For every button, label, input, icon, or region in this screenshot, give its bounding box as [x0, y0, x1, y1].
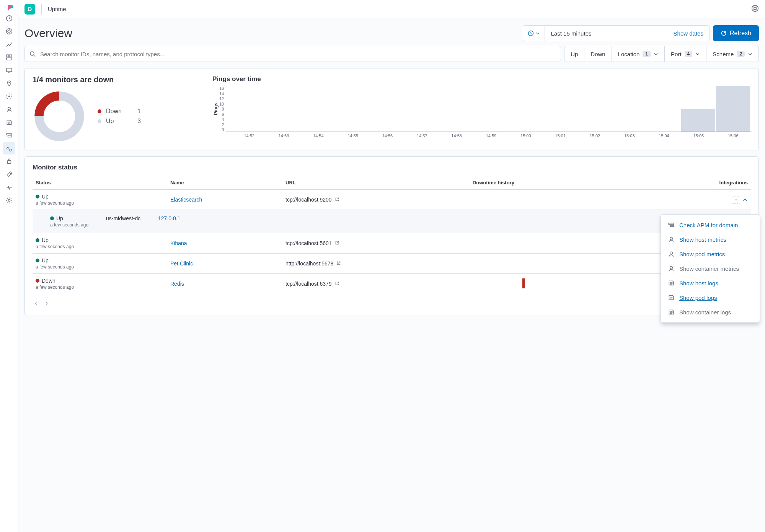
- nav-maps-icon[interactable]: [3, 77, 15, 89]
- page-prev-button[interactable]: ‹: [35, 299, 37, 307]
- page-next-button[interactable]: ›: [46, 299, 48, 307]
- help-icon[interactable]: [751, 5, 759, 13]
- filter-location-button[interactable]: Location1: [612, 46, 664, 62]
- filter-down-button[interactable]: Down: [584, 46, 611, 62]
- summary-panel: 1/4 monitors are down Down 1: [24, 68, 759, 150]
- filter-port-button[interactable]: Port4: [664, 46, 706, 62]
- external-link-icon[interactable]: [335, 281, 339, 286]
- legend-up: Up 3: [98, 118, 149, 125]
- th-name[interactable]: Name: [167, 176, 282, 190]
- status-filter-group: Up Down Location1 Port4 Scheme2: [564, 46, 759, 62]
- chart-plot: [226, 86, 751, 132]
- kibana-logo-icon[interactable]: [5, 2, 14, 11]
- search-input[interactable]: [39, 50, 556, 58]
- popover-item[interactable]: Show pod metrics: [661, 247, 760, 261]
- external-link-icon[interactable]: [335, 241, 339, 245]
- svg-rect-10: [7, 55, 9, 57]
- top-bar: D Uptime: [18, 0, 765, 18]
- monitor-name-link[interactable]: Elasticsearch: [170, 197, 202, 203]
- search-input-wrapper: [24, 46, 561, 62]
- show-dates-button[interactable]: Show dates: [667, 26, 710, 41]
- summary-headline: 1/4 monitors are down: [33, 75, 197, 84]
- nav-recent-icon[interactable]: [3, 12, 15, 24]
- monitor-table: Status Name URL Downtime history Integra…: [33, 176, 751, 294]
- svg-point-14: [8, 82, 10, 83]
- svg-point-15: [8, 96, 10, 98]
- th-downtime[interactable]: Downtime history: [470, 176, 646, 190]
- table-row[interactable]: Downa few seconds agoRedistcp://localhos…: [33, 274, 751, 294]
- table-row[interactable]: Upa few seconds agoPet Clinichttp://loca…: [33, 254, 751, 274]
- ip-link[interactable]: 127.0.0.1: [158, 215, 180, 221]
- nav-uptime-icon[interactable]: [3, 142, 15, 155]
- th-url[interactable]: URL: [282, 176, 470, 190]
- date-picker: Last 15 minutes Show dates: [523, 25, 710, 41]
- integrations-button[interactable]: ▫▫▫: [732, 197, 740, 203]
- table-row[interactable]: Upa few seconds agoElasticsearchtcp://lo…: [33, 190, 751, 210]
- downtime-bar: [522, 278, 525, 288]
- external-link-icon[interactable]: [335, 197, 339, 202]
- chart-title: Pings over time: [212, 75, 751, 83]
- th-status[interactable]: Status: [33, 176, 167, 190]
- nav-ml-icon[interactable]: [3, 90, 15, 102]
- svg-point-18: [8, 200, 10, 202]
- monitor-name-link[interactable]: Kibana: [170, 240, 187, 246]
- legend-down: Down 1: [98, 108, 149, 115]
- page-title: Overview: [24, 27, 520, 40]
- th-integrations[interactable]: Integrations: [646, 176, 751, 190]
- breadcrumb[interactable]: Uptime: [48, 6, 66, 12]
- filter-up-button[interactable]: Up: [564, 46, 584, 62]
- nav-infra-icon[interactable]: [3, 103, 15, 116]
- popover-item[interactable]: Check APM for domain: [661, 218, 760, 232]
- side-nav: [0, 0, 18, 532]
- nav-devtools-icon[interactable]: [3, 168, 15, 181]
- monitor-status-panel: Monitor status Status Name URL Downtime …: [24, 156, 759, 315]
- svg-rect-13: [7, 68, 12, 72]
- chevron-down-icon: [748, 52, 752, 56]
- filter-scheme-button[interactable]: Scheme2: [706, 46, 758, 62]
- chart-x-axis: 14:5214:5314:5414:5514:5614:5714:5814:59…: [232, 132, 751, 138]
- nav-canvas-icon[interactable]: [3, 64, 15, 76]
- donut-chart: [33, 89, 86, 143]
- monitor-name-link[interactable]: Redis: [170, 281, 184, 287]
- popover-item[interactable]: Show pod logs: [661, 290, 760, 305]
- nav-logs-icon[interactable]: [3, 116, 15, 129]
- svg-rect-11: [10, 55, 12, 57]
- expand-toggle-icon[interactable]: [742, 197, 748, 203]
- monitor-name-link[interactable]: Pet Clinic: [170, 260, 193, 267]
- nav-discover-icon[interactable]: [3, 25, 15, 37]
- chart-y-axis: 1614121086420: [219, 86, 226, 132]
- refresh-icon: [721, 30, 727, 36]
- chevron-down-icon: [695, 52, 700, 56]
- nav-apm-icon[interactable]: [3, 129, 15, 142]
- external-link-icon[interactable]: [336, 261, 341, 265]
- popover-item: Show container logs: [661, 305, 760, 319]
- svg-rect-12: [7, 58, 12, 60]
- nav-siem-icon[interactable]: [3, 155, 15, 168]
- refresh-button[interactable]: Refresh: [713, 25, 759, 41]
- nav-dashboard-icon[interactable]: [3, 51, 15, 63]
- table-row-expanded: Upa few seconds agous-midwest-dc127.0.0.…: [33, 210, 751, 233]
- table-title: Monitor status: [33, 164, 751, 171]
- popover-item[interactable]: Show host logs: [661, 276, 760, 290]
- space-selector[interactable]: D: [24, 4, 35, 15]
- chevron-down-icon: [654, 52, 658, 56]
- table-row[interactable]: Upa few seconds agoKibanatcp://localhost…: [33, 233, 751, 254]
- quick-select-button[interactable]: [523, 26, 545, 41]
- date-range-button[interactable]: Last 15 minutes: [545, 26, 667, 41]
- chevron-down-icon: [535, 31, 540, 36]
- svg-rect-17: [7, 161, 11, 164]
- integrations-popover: Check APM for domainShow host metricsSho…: [661, 214, 760, 323]
- nav-monitoring-icon[interactable]: [3, 181, 15, 194]
- nav-management-icon[interactable]: [3, 194, 15, 207]
- chart-ylabel: Pings: [212, 86, 219, 132]
- popover-item: Show container metrics: [661, 261, 760, 276]
- nav-visualize-icon[interactable]: [3, 38, 15, 50]
- popover-item[interactable]: Show host metrics: [661, 232, 760, 247]
- search-icon: [29, 51, 36, 57]
